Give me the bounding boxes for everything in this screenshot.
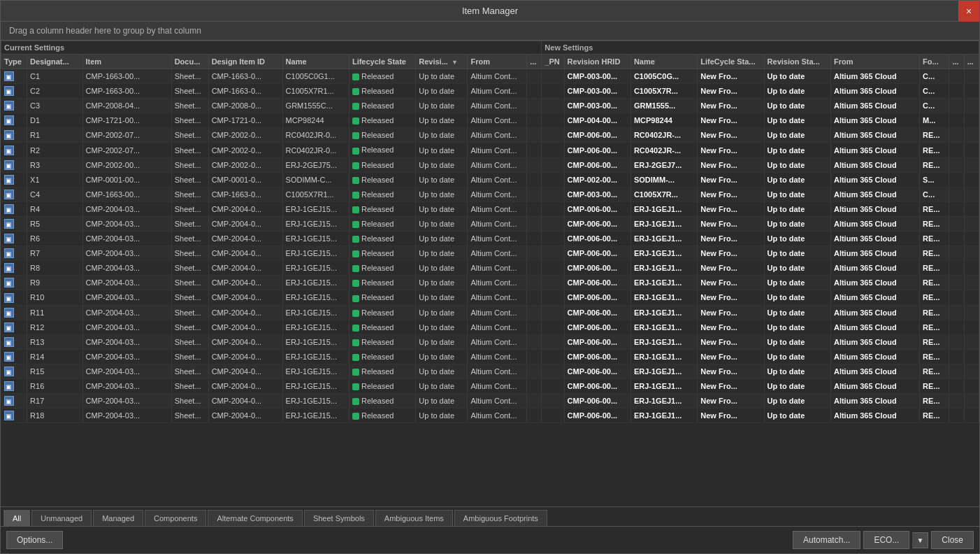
- cell-design-item-id: CMP-2002-0...: [208, 143, 282, 157]
- tab-unmanaged[interactable]: Unmanaged: [31, 510, 92, 526]
- table-row[interactable]: ▣R9CMP-2004-03...Sheet...CMP-2004-0...ER…: [1, 276, 979, 290]
- cell-docu: Sheet...: [171, 69, 208, 84]
- col-fo[interactable]: Fo...: [920, 55, 949, 69]
- tab-ambiguous-footprints[interactable]: Ambiguous Footprints: [454, 510, 547, 526]
- table-row[interactable]: ▣R4CMP-2004-03...Sheet...CMP-2004-0...ER…: [1, 201, 979, 216]
- cell-type: ▣: [1, 364, 27, 378]
- cell-extra1: [527, 172, 542, 187]
- component-icon: ▣: [4, 219, 14, 229]
- cell-name: ERJ-1GEJ15...: [282, 364, 349, 378]
- table-row[interactable]: ▣R18CMP-2004-03...Sheet...CMP-2004-0...E…: [1, 409, 979, 423]
- cell-lifecycle-state: Released: [349, 305, 415, 320]
- tab-all[interactable]: All: [3, 510, 30, 526]
- cell-lifecycle-sta2: New Fro...: [698, 201, 764, 216]
- table-row[interactable]: ▣R15CMP-2004-03...Sheet...CMP-2004-0...E…: [1, 364, 979, 378]
- col-revision-hrid[interactable]: Revision HRID: [564, 55, 630, 69]
- table-row[interactable]: ▣R14CMP-2004-03...Sheet...CMP-2004-0...E…: [1, 349, 979, 364]
- cell-revision: Up to date: [416, 378, 468, 393]
- table-row[interactable]: ▣R6CMP-2004-03...Sheet...CMP-2004-0...ER…: [1, 232, 979, 246]
- table-row[interactable]: ▣C4CMP-1663-00...Sheet...CMP-1663-0...C1…: [1, 187, 979, 201]
- tab-managed[interactable]: Managed: [93, 510, 143, 526]
- cell-lifecycle-sta2: New Fro...: [698, 157, 764, 172]
- col-from[interactable]: From: [468, 55, 527, 69]
- cell-designator: R12: [27, 320, 82, 334]
- table-row[interactable]: ▣R2CMP-2002-07...Sheet...CMP-2002-0...RC…: [1, 143, 979, 157]
- cell-extra3: [964, 99, 979, 113]
- table-row[interactable]: ▣R13CMP-2004-03...Sheet...CMP-2004-0...E…: [1, 334, 979, 349]
- col-item[interactable]: Item: [82, 55, 171, 69]
- cell-lifecycle-state: Released: [349, 232, 415, 246]
- cell-extra3: [964, 172, 979, 187]
- cell-lifecycle-state: Released: [349, 69, 415, 84]
- status-indicator: [352, 383, 359, 390]
- options-button[interactable]: Options...: [6, 531, 63, 549]
- cell-extra3: [964, 216, 979, 231]
- eco-dropdown-button[interactable]: ▼: [912, 532, 928, 548]
- table-row[interactable]: ▣R7CMP-2004-03...Sheet...CMP-2004-0...ER…: [1, 246, 979, 261]
- col-revision[interactable]: Revisi... ▼: [416, 55, 468, 69]
- table-wrapper[interactable]: Current Settings New Settings Type Desig…: [1, 41, 979, 506]
- cell-docu: Sheet...: [171, 84, 208, 99]
- table-row[interactable]: ▣D1CMP-1721-00...Sheet...CMP-1721-0...MC…: [1, 113, 979, 128]
- table-row[interactable]: ▣C2CMP-1663-00...Sheet...CMP-1663-0...C1…: [1, 84, 979, 99]
- cell-revision-sta2: Up to date: [764, 246, 830, 261]
- table-row[interactable]: ▣R16CMP-2004-03...Sheet...CMP-2004-0...E…: [1, 378, 979, 393]
- cell-docu: Sheet...: [171, 143, 208, 157]
- component-icon: ▣: [4, 367, 14, 376]
- col-extra1[interactable]: ...: [527, 55, 542, 69]
- cell-extra2: [949, 394, 964, 409]
- cell-new-from: Altium 365 Cloud: [830, 69, 919, 84]
- table-row[interactable]: ▣R11CMP-2004-03...Sheet...CMP-2004-0...E…: [1, 305, 979, 320]
- tab-ambiguous-items[interactable]: Ambiguous Items: [375, 510, 453, 526]
- cell-type: ▣: [1, 216, 27, 231]
- cell-extra1: [527, 99, 542, 113]
- table-row[interactable]: ▣R3CMP-2002-00...Sheet...CMP-2002-0...ER…: [1, 157, 979, 172]
- table-row[interactable]: ▣R10CMP-2004-03...Sheet...CMP-2004-0...E…: [1, 290, 979, 305]
- table-row[interactable]: ▣R12CMP-2004-03...Sheet...CMP-2004-0...E…: [1, 320, 979, 334]
- cell-lifecycle-state: Released: [349, 113, 415, 128]
- tab-sheet-symbols[interactable]: Sheet Symbols: [304, 510, 374, 526]
- table-row[interactable]: ▣X1CMP-0001-00...Sheet...CMP-0001-0...SO…: [1, 172, 979, 187]
- cell-new-name: ERJ-1GEJ1...: [630, 261, 697, 276]
- cell-from: Altium Cont...: [468, 84, 527, 99]
- cell-lifecycle-state: Released: [349, 246, 415, 261]
- cell-name: ERJ-1GEJ15...: [282, 201, 349, 216]
- table-row[interactable]: ▣R1CMP-2002-07...Sheet...CMP-2002-0...RC…: [1, 128, 979, 143]
- col-new-from[interactable]: From: [830, 55, 919, 69]
- tab-alternate-components[interactable]: Alternate Components: [208, 510, 302, 526]
- col-type[interactable]: Type: [1, 55, 27, 69]
- tab-components[interactable]: Components: [145, 510, 206, 526]
- col-lifecycle-state[interactable]: Lifecycle State: [349, 55, 415, 69]
- col-pn[interactable]: _PN: [542, 55, 564, 69]
- col-designator[interactable]: Designat...: [27, 55, 82, 69]
- table-row[interactable]: ▣C1CMP-1663-00...Sheet...CMP-1663-0...C1…: [1, 69, 979, 84]
- automatch-button[interactable]: Automatch...: [793, 531, 860, 549]
- cell-new-from: Altium 365 Cloud: [830, 157, 919, 172]
- table-row[interactable]: ▣C3CMP-2008-04...Sheet...CMP-2008-0...GR…: [1, 99, 979, 113]
- eco-button[interactable]: ECO...: [863, 531, 909, 549]
- col-lifecycle-sta2[interactable]: LifeCycle Sta...: [698, 55, 764, 69]
- window-title: Item Manager: [462, 6, 518, 16]
- col-name[interactable]: Name: [282, 55, 349, 69]
- col-docu[interactable]: Docu...: [171, 55, 208, 69]
- component-icon: ▣: [4, 234, 14, 243]
- window-close-button[interactable]: ×: [958, 1, 979, 22]
- table-row[interactable]: ▣R5CMP-2004-03...Sheet...CMP-2004-0...ER…: [1, 216, 979, 231]
- cell-pn: [542, 394, 564, 409]
- cell-type: ▣: [1, 84, 27, 99]
- cell-extra1: [527, 232, 542, 246]
- col-revision-sta2[interactable]: Revision Sta...: [764, 55, 830, 69]
- col-design-item-id[interactable]: Design Item ID: [208, 55, 282, 69]
- cell-new-name: ERJ-1GEJ1...: [630, 290, 697, 305]
- col-new-name[interactable]: Name: [630, 55, 697, 69]
- cell-revision-sta2: Up to date: [764, 69, 830, 84]
- component-icon: ▣: [4, 381, 14, 391]
- cell-revision-sta2: Up to date: [764, 378, 830, 393]
- table-row[interactable]: ▣R17CMP-2004-03...Sheet...CMP-2004-0...E…: [1, 394, 979, 409]
- col-extra2[interactable]: ...: [949, 55, 964, 69]
- table-row[interactable]: ▣R8CMP-2004-03...Sheet...CMP-2004-0...ER…: [1, 261, 979, 276]
- cell-designator: R16: [27, 378, 82, 393]
- close-button[interactable]: Close: [931, 531, 974, 549]
- col-extra3[interactable]: ...: [964, 55, 979, 69]
- cell-revision-hrid: CMP-002-00...: [564, 172, 630, 187]
